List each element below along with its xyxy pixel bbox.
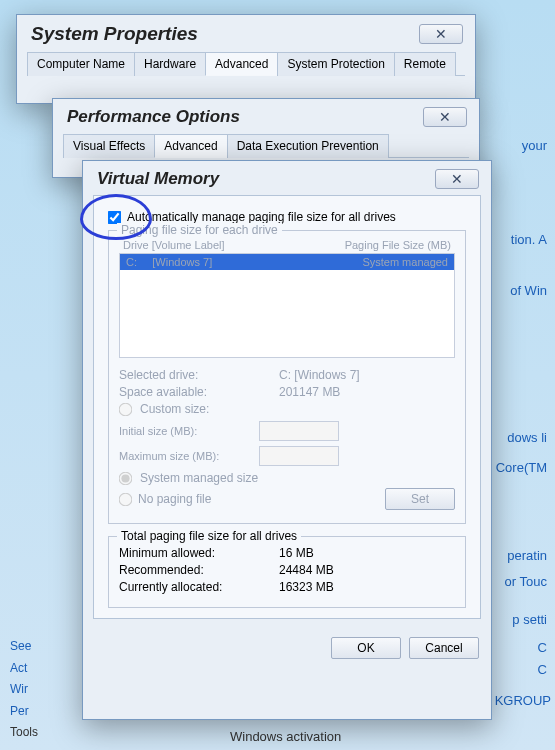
bg-text: Core(TM — [496, 460, 547, 475]
tabs-sysprops: Computer Name Hardware Advanced System P… — [27, 51, 465, 76]
close-icon: ✕ — [435, 26, 447, 42]
dialog-title: Virtual Memory — [97, 169, 219, 189]
space-value: 201147 MB — [279, 385, 340, 399]
sidebar-link[interactable]: Act — [10, 658, 38, 680]
cur-value: 16323 MB — [279, 580, 334, 594]
dialog-system-properties: System Properties ✕ Computer Name Hardwa… — [16, 14, 476, 104]
radio-no-paging[interactable] — [119, 492, 133, 506]
group-each-drive: Paging file size for each drive Drive [V… — [108, 230, 466, 524]
radio-custom-size[interactable] — [119, 402, 133, 416]
tab-remote[interactable]: Remote — [394, 52, 456, 76]
sidebar-link[interactable]: See — [10, 636, 38, 658]
space-key: Space available: — [119, 385, 259, 399]
auto-manage-label: Automatically manage paging file size fo… — [127, 210, 396, 224]
dialog-virtual-memory: Virtual Memory ✕ Automatically manage pa… — [82, 160, 492, 720]
custom-size-label: Custom size: — [140, 402, 209, 416]
col-size: Paging File Size (MB) — [345, 239, 451, 251]
bg-text: Windows activation — [230, 729, 341, 744]
no-paging-label: No paging file — [138, 492, 211, 506]
rec-key: Recommended: — [119, 563, 259, 577]
sidebar-link[interactable]: Per — [10, 701, 38, 723]
maximum-size-label: Maximum size (MB): — [119, 450, 249, 462]
set-button[interactable]: Set — [385, 488, 455, 510]
drive-size: System managed — [362, 256, 448, 268]
tab-advanced[interactable]: Advanced — [205, 52, 278, 76]
system-managed-label: System managed size — [140, 471, 258, 485]
close-button[interactable]: ✕ — [419, 24, 463, 44]
selected-drive-value: C: [Windows 7] — [279, 368, 360, 382]
tab-computer-name[interactable]: Computer Name — [27, 52, 135, 76]
min-value: 16 MB — [279, 546, 314, 560]
min-key: Minimum allowed: — [119, 546, 259, 560]
sidebar-link[interactable]: Wir — [10, 679, 38, 701]
close-icon: ✕ — [451, 171, 463, 187]
sidebar-links: See Act Wir Per Tools — [10, 636, 38, 744]
bg-text: of Win — [510, 283, 547, 298]
cancel-button[interactable]: Cancel — [409, 637, 479, 659]
tab-system-protection[interactable]: System Protection — [277, 52, 394, 76]
bg-text: peratin — [507, 548, 547, 563]
drive-vol-label: [Windows 7] — [152, 256, 212, 268]
bg-text: your — [522, 138, 547, 153]
initial-size-input[interactable] — [259, 421, 339, 441]
maximum-size-input[interactable] — [259, 446, 339, 466]
close-icon: ✕ — [439, 109, 451, 125]
dialog-title: System Properties — [31, 23, 198, 45]
group-title: Total paging file size for all drives — [117, 529, 301, 543]
selected-drive-key: Selected drive: — [119, 368, 259, 382]
initial-size-label: Initial size (MB): — [119, 425, 249, 437]
sidebar-link[interactable]: Tools — [10, 722, 38, 744]
group-title: Paging file size for each drive — [117, 223, 282, 237]
auto-manage-checkbox[interactable] — [108, 210, 122, 224]
tab-hardware[interactable]: Hardware — [134, 52, 206, 76]
bg-text: dows li — [507, 430, 547, 445]
rec-value: 24484 MB — [279, 563, 334, 577]
close-button[interactable]: ✕ — [423, 107, 467, 127]
bg-text: p setti — [512, 612, 547, 627]
tab-visual-effects[interactable]: Visual Effects — [63, 134, 155, 158]
ok-button[interactable]: OK — [331, 637, 401, 659]
tab-data-execution-prevention[interactable]: Data Execution Prevention — [227, 134, 389, 158]
bg-text: C — [538, 662, 547, 677]
radio-system-managed[interactable] — [119, 471, 133, 485]
drive-list[interactable]: C: [Windows 7] System managed — [119, 253, 455, 358]
drive-letter: C: — [126, 256, 137, 268]
tab-advanced[interactable]: Advanced — [154, 134, 227, 158]
cur-key: Currently allocated: — [119, 580, 259, 594]
bg-text: or Touc — [505, 574, 547, 589]
close-button[interactable]: ✕ — [435, 169, 479, 189]
dialog-title: Performance Options — [67, 107, 240, 127]
bg-text: tion. A — [511, 232, 547, 247]
col-drive: Drive [Volume Label] — [123, 239, 225, 251]
group-total: Total paging file size for all drives Mi… — [108, 536, 466, 608]
tabs-perf: Visual Effects Advanced Data Execution P… — [63, 133, 469, 158]
bg-text: C — [538, 640, 547, 655]
drive-row[interactable]: C: [Windows 7] System managed — [120, 254, 454, 270]
bg-text: KGROUP — [495, 693, 551, 708]
